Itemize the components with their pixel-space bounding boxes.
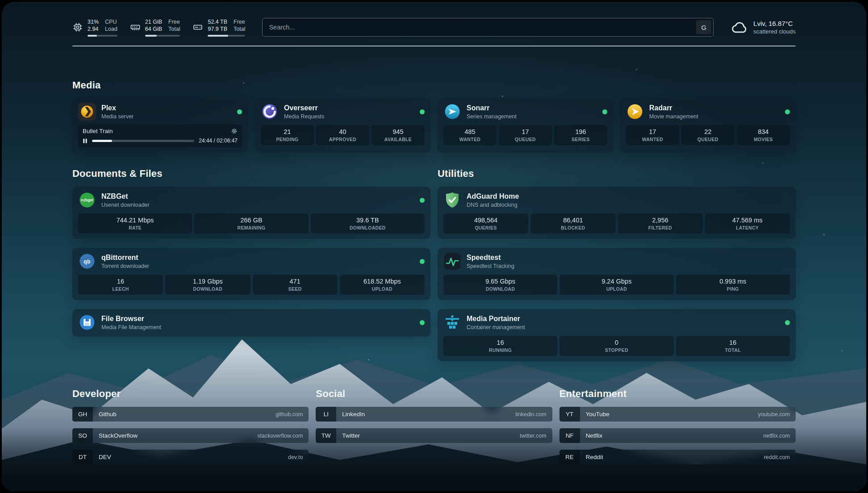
social-bookmarks: LILinkedInlinkedin.comTWTwittertwitter.c… (316, 407, 552, 443)
service-card-speedtest[interactable]: SpeedtestSpeedtest Tracking9.65 GbpsDOWN… (438, 248, 796, 300)
stat-label: RUNNING (445, 347, 555, 353)
search-provider-button[interactable]: G (696, 20, 711, 34)
pause-icon[interactable] (83, 138, 88, 144)
service-stats: 21PENDING40APPROVED945AVAILABLE (261, 125, 425, 145)
service-name: Media Portainer (467, 315, 525, 323)
svg-text:nzbget: nzbget (81, 198, 93, 202)
radarr-icon (626, 103, 644, 121)
service-card-file-browser[interactable]: File BrowserMedia File Management (72, 309, 430, 337)
now-playing-row: Bullet Train (83, 128, 238, 134)
resource-value: 2.94 (88, 25, 99, 33)
stat-label: WANTED (628, 137, 677, 142)
dashboard-content: 31%2.94CPULoad21 GiB64 GiBFreeTotal52.4 … (72, 2, 796, 471)
service-card-media-portainer[interactable]: Media PortainerContainer management16RUN… (438, 309, 796, 361)
stat-value: 834 (739, 128, 788, 135)
resource-value: 97.9 TB (208, 25, 227, 33)
service-card-radarr[interactable]: RadarrMovie management17WANTED22QUEUED83… (620, 98, 796, 153)
stat-label: TOTAL (678, 347, 788, 353)
service-card-plex[interactable]: PlexMedia serverBullet Train24:44 / 02:0… (72, 98, 248, 153)
status-dot-online (420, 109, 425, 114)
service-card-header: RadarrMovie management (626, 103, 790, 121)
stat-download: 9.65 GbpsDOWNLOAD (443, 275, 557, 295)
service-card-overseerr[interactable]: OverseerrMedia Requests21PENDING40APPROV… (255, 98, 430, 153)
service-name: Plex (101, 104, 134, 112)
stat-wanted: 17WANTED (626, 125, 679, 145)
service-text: PlexMedia server (101, 104, 134, 120)
service-stats: 17WANTED22QUEUED834MOVIES (626, 125, 790, 145)
service-text: File BrowserMedia File Management (101, 315, 161, 330)
search-box: G (262, 18, 714, 37)
bookmark-youtube[interactable]: YTYouTubeyoutube.com (559, 407, 796, 422)
app-frame: 31%2.94CPULoad21 GiB64 GiBFreeTotal52.4 … (2, 2, 866, 491)
bookmark-reddit[interactable]: RERedditreddit.com (559, 450, 796, 464)
bookmark-domain: youtube.com (758, 411, 790, 418)
resource-value: 31% (88, 18, 99, 26)
service-name: File Browser (101, 315, 161, 323)
middle-columns: Documents & Files nzbgetNZBGetUsenet dow… (72, 168, 796, 361)
ram-icon (130, 22, 141, 33)
resource-widget-cpu: 31%2.94CPULoad (72, 18, 117, 37)
stat-value: 471 (255, 278, 336, 285)
stat-upload: 9.24 GbpsUPLOAD (559, 275, 673, 295)
resource-label: Total (234, 25, 245, 33)
bookmark-abbr: TW (316, 428, 336, 443)
bookmark-name: Twitter (342, 432, 360, 439)
weather-location-temp: Lviv, 16.87°C (753, 20, 796, 27)
service-card-sonarr[interactable]: SonarrSeries management485WANTED17QUEUED… (438, 98, 613, 153)
stat-label: QUERIES (445, 225, 526, 230)
service-stats: 16RUNNING0STOPPED16TOTAL (443, 336, 790, 356)
stat-blocked: 86,401BLOCKED (530, 213, 615, 234)
disk-icon (192, 22, 203, 33)
section-utilities: Utilities AdGuard HomeDNS and adblocking… (438, 168, 796, 361)
stat-value: 498,564 (445, 217, 526, 224)
service-card-header: qbqBittorrentTorrent downloader (78, 252, 425, 270)
resource-usage-bar (145, 35, 180, 37)
bookmark-dev[interactable]: DTDEVdev.to (72, 450, 309, 464)
service-stats: 9.65 GbpsDOWNLOAD9.24 GbpsUPLOAD0.993 ms… (443, 275, 790, 295)
resource-widget-memory: 21 GiB64 GiBFreeTotal (130, 18, 180, 37)
now-playing-title: Bullet Train (83, 128, 113, 134)
service-card-qbittorrent[interactable]: qbqBittorrentTorrent downloader16LEECH1.… (72, 248, 430, 300)
bookmark-stackoverflow[interactable]: SOStackOverflowstackoverflow.com (72, 428, 309, 443)
stat-label: WANTED (445, 137, 495, 142)
bookmark-github[interactable]: GHGithubgithub.com (72, 407, 309, 422)
bookmark-twitter[interactable]: TWTwittertwitter.com (316, 428, 552, 443)
service-card-adguard-home[interactable]: AdGuard HomeDNS and adblocking498,564QUE… (438, 187, 796, 239)
resource-labels: FreeTotal (168, 18, 180, 33)
service-stats: 16LEECH1.19 GbpsDOWNLOAD471SEED618.52 Mb… (78, 275, 425, 295)
resource-label: Load (105, 25, 117, 33)
stat-label: QUEUED (683, 137, 733, 142)
resource-value: 21 GiB (145, 18, 162, 26)
service-card-nzbget[interactable]: nzbgetNZBGetUsenet downloader744.21 Mbps… (72, 187, 430, 239)
playback-time: 24:44 / 02:06:47 (199, 138, 238, 144)
stat-downloaded: 39.6 TBDOWNLOADED (311, 213, 425, 234)
stat-value: 9.24 Gbps (561, 278, 672, 285)
bookmark-netflix[interactable]: NFNetflixnetflix.com (559, 428, 796, 443)
service-name: AdGuard Home (467, 192, 519, 201)
service-name: Overseerr (284, 104, 324, 112)
service-subtitle: Container management (467, 324, 525, 330)
bookmark-name: StackOverflow (99, 432, 138, 439)
bookmark-linkedin[interactable]: LILinkedInlinkedin.com (316, 407, 552, 422)
search-input[interactable] (263, 24, 694, 31)
resource-usage-bar (208, 35, 245, 37)
section-title-utilities: Utilities (438, 168, 796, 180)
bookmark-domain: linkedin.com (515, 411, 546, 418)
sonarr-icon (443, 103, 461, 121)
stat-label: AVAILABLE (373, 137, 423, 142)
section-title-documents-files: Documents & Files (72, 168, 430, 180)
status-dot-online (420, 320, 425, 325)
section-title-media: Media (72, 79, 796, 91)
status-dot-online (420, 259, 425, 264)
service-subtitle: Speedtest Tracking (467, 263, 514, 269)
section-title-social: Social (316, 388, 552, 400)
service-name: Speedtest (467, 254, 514, 262)
adguard-icon (443, 191, 461, 209)
bookmark-name: YouTube (586, 411, 609, 418)
stat-stopped: 0STOPPED (559, 336, 673, 356)
service-text: SonarrSeries management (467, 104, 517, 120)
stat-value: 86,401 (532, 217, 613, 224)
stat-approved: 40APPROVED (316, 125, 369, 145)
stat-label: APPROVED (318, 137, 367, 142)
gear-icon[interactable] (231, 128, 238, 134)
